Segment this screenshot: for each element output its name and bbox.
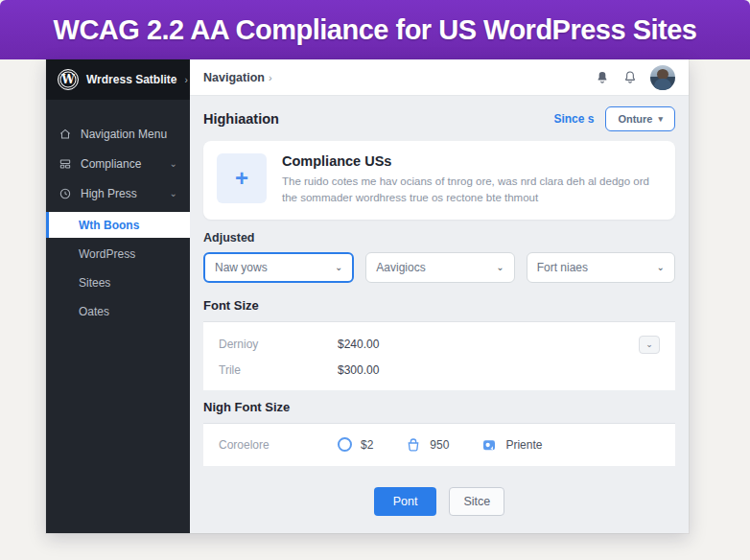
dropdown-aavigiocs[interactable]: Aavigiocs ⌄: [365, 252, 514, 283]
sidebar-subitem-label: Oates: [79, 305, 109, 318]
stat-value: $2: [361, 438, 373, 452]
grid-icon: [59, 157, 72, 171]
chevron-down-icon: ⌄: [496, 262, 504, 272]
sidebar-item-high-press[interactable]: High Press ⌄: [46, 178, 190, 208]
pont-button[interactable]: Pont: [374, 487, 437, 516]
sidebar-logo[interactable]: W Wrdress Satblite ›: [46, 59, 190, 100]
card-body: Compliance USs The ruido cotes me hav oc…: [282, 153, 662, 207]
page-title: Highiaation: [203, 111, 279, 127]
breadcrumb[interactable]: Navigation›: [203, 71, 272, 84]
sidebar-subitem-wordpress[interactable]: WordPress: [46, 242, 190, 267]
sidebar-item-compliance[interactable]: Compliance ⌄: [46, 149, 190, 178]
notification-bell-outline-icon[interactable]: [622, 70, 638, 85]
dropdown-row: Naw yows ⌄ Aavigiocs ⌄ Fort niaes ⌄: [203, 252, 675, 283]
sidebar-subitem-wth-boons[interactable]: Wth Boons: [46, 212, 190, 238]
sidebar-menu: Navigation Menu Compliance ⌄ High Press …: [46, 100, 190, 324]
wordpress-logo-icon: W: [58, 69, 79, 90]
card-title: Compliance USs: [282, 153, 662, 169]
chevron-down-icon: ▾: [658, 114, 663, 124]
clock-icon: [59, 187, 72, 200]
sidebar-subitem-oates[interactable]: Oates: [46, 299, 190, 324]
table-row: Coroelore $2 950 Priente: [203, 432, 675, 457]
row-label: Dernioy: [219, 338, 338, 351]
page-banner: WCAG 2.2 AA Compliance for US WordPress …: [0, 0, 750, 59]
table-row: Dernioy $240.00 ⌄: [203, 331, 675, 359]
dropdown-value: Aavigiocs: [376, 261, 425, 274]
chevron-down-icon: ⌄: [170, 188, 177, 198]
table-row: Trile $300.00: [203, 359, 675, 382]
radio-circle-icon[interactable]: [338, 437, 352, 452]
page-header: Highiaation Since s Onture ▾: [203, 106, 675, 131]
breadcrumb-arrow-icon: ›: [269, 72, 272, 83]
page-header-actions: Since s Onture ▾: [553, 106, 675, 131]
row-label: Coroelore: [219, 438, 338, 452]
sidebar-subitem-label: Wth Boons: [79, 219, 139, 232]
sidebar-item-navigation-menu[interactable]: Navigation Menu: [46, 119, 190, 149]
nigh-font-size-panel: Coroelore $2 950 Priente: [203, 424, 675, 466]
stat-count: 950: [406, 437, 449, 453]
font-size-section-title: Font Size: [203, 298, 675, 322]
onture-filter-button[interactable]: Onture ▾: [605, 106, 675, 131]
row-expand-button[interactable]: ⌄: [639, 336, 660, 354]
sidebar-item-label: Compliance: [81, 157, 141, 171]
row-value: $300.00: [338, 363, 379, 377]
footer-actions: Pont Sitce: [203, 487, 675, 516]
app-window: W Wrdress Satblite › Navigation Menu Com…: [46, 59, 689, 533]
main-area: Navigation› Highiaation Since s Onture ▾: [190, 59, 689, 533]
chevron-down-icon: ⌄: [657, 262, 665, 272]
chevron-down-icon: ⌄: [645, 339, 653, 349]
stat-price: $2: [338, 437, 373, 452]
stats-group: $2 950 Priente: [338, 437, 542, 453]
content: Highiaation Since s Onture ▾ + Complianc…: [190, 96, 689, 533]
sidebar-subitem-sitees[interactable]: Sitees: [46, 270, 190, 295]
stat-value: 950: [430, 438, 449, 452]
logo-text: Wrdress Satblite: [86, 73, 176, 86]
dropdown-value: Fort niaes: [537, 261, 588, 274]
bag-icon: [406, 437, 421, 453]
topbar: Navigation›: [190, 59, 689, 96]
plus-icon: +: [217, 153, 267, 203]
breadcrumb-label: Navigation: [203, 71, 265, 84]
image-icon: [481, 437, 497, 453]
adjusted-label: Adjusted: [203, 231, 675, 245]
dropdown-value: Naw yows: [215, 261, 268, 274]
chevron-down-icon: ⌄: [335, 262, 342, 272]
notification-bell-filled-icon[interactable]: [595, 70, 610, 85]
row-value: $240.00: [338, 338, 379, 351]
dropdown-fort-niaes[interactable]: Fort niaes ⌄: [527, 252, 675, 283]
row-label: Trile: [219, 363, 338, 377]
sitce-button[interactable]: Sitce: [449, 487, 504, 516]
banner-title: WCAG 2.2 AA Compliance for US WordPress …: [54, 14, 697, 46]
sidebar-item-label: High Press: [81, 187, 137, 200]
compliance-info-card: + Compliance USs The ruido cotes me hav …: [203, 141, 675, 220]
sidebar-subitem-label: WordPress: [79, 247, 135, 261]
sidebar-item-label: Navigation Menu: [81, 128, 167, 141]
since-link[interactable]: Since s: [553, 112, 594, 126]
stat-priente: Priente: [481, 437, 542, 453]
font-size-panel: Dernioy $240.00 ⌄ Trile $300.00: [203, 322, 675, 390]
topbar-right: [595, 65, 675, 90]
sidebar-subitem-label: Sitees: [79, 276, 110, 290]
filter-button-label: Onture: [618, 113, 652, 125]
logo-arrow-icon: ›: [184, 75, 187, 85]
card-description: The ruido cotes me hav ocians of tnrog o…: [282, 174, 662, 207]
nigh-font-size-section-title: Nigh Font Size: [203, 400, 675, 424]
chevron-down-icon: ⌄: [170, 158, 177, 169]
stat-value: Priente: [505, 438, 542, 452]
user-avatar[interactable]: [650, 65, 675, 90]
dropdown-naw-yows[interactable]: Naw yows ⌄: [203, 252, 354, 283]
sidebar: W Wrdress Satblite › Navigation Menu Com…: [46, 59, 190, 533]
home-icon: [59, 128, 72, 141]
